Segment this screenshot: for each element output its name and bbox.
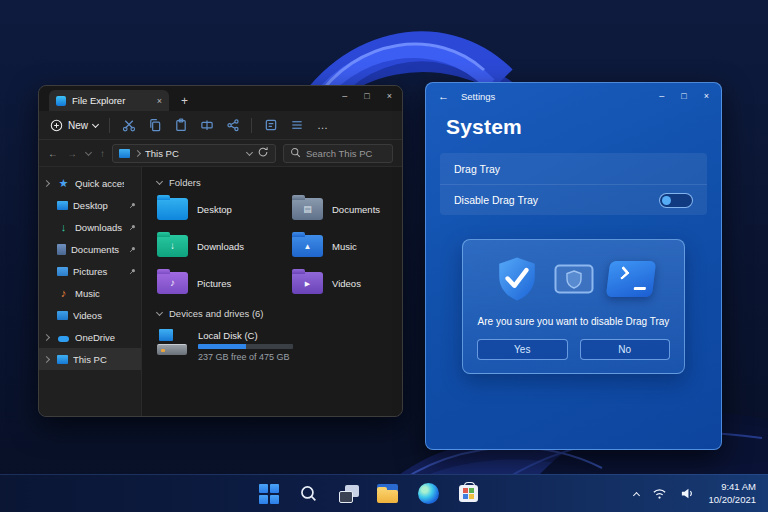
sidebar-item[interactable]: Pictures [39, 260, 141, 282]
collapse-chevron-icon[interactable] [156, 309, 163, 316]
sidebar-item-icon [57, 287, 70, 300]
sidebar-item-label: This PC [73, 354, 124, 365]
drive-tile[interactable]: Local Disk (C) 237 GB free of 475 GB [157, 329, 402, 362]
collapse-chevron-icon[interactable] [156, 178, 163, 185]
sidebar-item-icon [57, 177, 70, 190]
tab-close-icon[interactable]: × [157, 96, 162, 106]
sidebar-item-label: Quick access [75, 178, 124, 189]
rename-button[interactable] [199, 118, 214, 133]
breadcrumb-location[interactable]: This PC [145, 148, 179, 159]
minimize-button[interactable]: – [659, 91, 664, 101]
sidebar-item-icon [57, 331, 70, 344]
no-button[interactable]: No [580, 339, 671, 360]
folder-tile[interactable]: Videos [292, 272, 402, 294]
settings-window: ← Settings – □ × System Drag Tray Disabl… [425, 82, 722, 450]
show-hidden-icons-button[interactable] [634, 490, 639, 498]
sidebar-item[interactable]: Downloads [39, 216, 141, 238]
drive-usage-fill [198, 344, 246, 349]
drive-usage-text: 237 GB free of 475 GB [198, 352, 293, 362]
folder-tile[interactable]: Music [292, 235, 402, 257]
disable-drag-tray-row: Disable Drag Tray [440, 184, 707, 215]
maximize-button[interactable]: □ [364, 91, 369, 101]
disable-drag-tray-toggle[interactable] [659, 193, 693, 208]
toolbar-divider [251, 118, 252, 133]
pin-icon [129, 202, 136, 209]
view-button[interactable] [289, 118, 304, 133]
sidebar-item[interactable]: Desktop [39, 194, 141, 216]
share-button[interactable] [225, 118, 240, 133]
sidebar-item[interactable]: Music [39, 282, 141, 304]
file-explorer-taskbar-button[interactable] [373, 479, 405, 509]
sidebar-item[interactable]: Videos [39, 304, 141, 326]
folder-icon [157, 198, 188, 220]
sidebar-item-icon [57, 201, 68, 210]
up-button[interactable]: ↑ [100, 148, 105, 159]
edge-button[interactable] [413, 479, 445, 509]
search-icon [290, 144, 301, 162]
chevron-right-icon[interactable] [44, 335, 52, 340]
sidebar-item[interactable]: Quick access [39, 172, 141, 194]
folder-tile[interactable]: Desktop [157, 198, 292, 220]
chevron-down-icon [92, 120, 99, 127]
close-button[interactable]: × [387, 91, 392, 101]
windows-logo-icon [259, 484, 279, 504]
folder-tile[interactable]: Documents [292, 198, 402, 220]
start-button[interactable] [253, 479, 285, 509]
cut-button[interactable] [121, 118, 136, 133]
clock[interactable]: 9:41 AM 10/20/2021 [708, 481, 756, 507]
breadcrumb-separator-icon [134, 149, 141, 156]
new-tab-button[interactable]: + [181, 95, 188, 107]
copy-button[interactable] [147, 118, 162, 133]
back-arrow-button[interactable]: ← [438, 90, 449, 102]
folder-name: Downloads [197, 241, 244, 252]
refresh-button[interactable] [257, 146, 269, 160]
folder-tile[interactable]: Pictures [157, 272, 292, 294]
address-dropdown-chevron[interactable] [246, 148, 253, 155]
minimize-button[interactable]: – [342, 91, 347, 101]
pin-icon [129, 224, 136, 231]
tray-date: 10/20/2021 [708, 494, 756, 507]
store-button[interactable] [453, 479, 485, 509]
task-view-button[interactable] [333, 479, 365, 509]
disable-drag-tray-label: Disable Drag Tray [454, 194, 538, 206]
search-button[interactable] [293, 479, 325, 509]
store-icon [459, 485, 478, 502]
folder-name: Pictures [197, 278, 231, 289]
drive-usage-bar [198, 344, 293, 349]
forward-button[interactable]: → [67, 148, 77, 159]
chevron-right-icon[interactable] [44, 357, 52, 362]
folder-name: Desktop [197, 204, 232, 215]
close-button[interactable]: × [704, 91, 709, 101]
folder-icon [292, 198, 323, 220]
new-button-label: New [68, 120, 88, 131]
task-view-icon [339, 485, 359, 503]
folders-header-label: Folders [169, 177, 201, 188]
sidebar-item-icon [57, 267, 68, 276]
sidebar-item[interactable]: OneDrive [39, 326, 141, 348]
explorer-content: Folders Desktop Documents Downloads [142, 167, 402, 416]
folder-name: Music [332, 241, 357, 252]
paste-button[interactable] [173, 118, 188, 133]
tray-time: 9:41 AM [708, 481, 756, 494]
yes-button[interactable]: Yes [477, 339, 568, 360]
sort-button[interactable] [263, 118, 278, 133]
recent-locations-chevron[interactable] [85, 148, 92, 155]
search-input[interactable] [306, 148, 386, 159]
drives-section-header[interactable]: Devices and drives (6) [157, 308, 402, 319]
wifi-button[interactable] [652, 487, 667, 500]
maximize-button[interactable]: □ [681, 91, 686, 101]
chevron-right-icon[interactable] [44, 181, 52, 186]
volume-button[interactable] [680, 487, 695, 500]
explorer-tab[interactable]: File Explorer × [49, 90, 169, 111]
sidebar-item-label: Documents [71, 244, 124, 255]
breadcrumb[interactable]: This PC [112, 144, 276, 163]
new-button[interactable]: New [50, 119, 98, 132]
sidebar-item[interactable]: Documents [39, 238, 141, 260]
hard-drive-icon [157, 329, 189, 357]
sidebar-item-label: Videos [73, 310, 124, 321]
sidebar-item[interactable]: This PC [39, 348, 141, 370]
more-options-button[interactable]: … [317, 119, 329, 131]
back-button[interactable]: ← [48, 148, 58, 159]
folders-section-header[interactable]: Folders [157, 177, 402, 188]
folder-tile[interactable]: Downloads [157, 235, 292, 257]
